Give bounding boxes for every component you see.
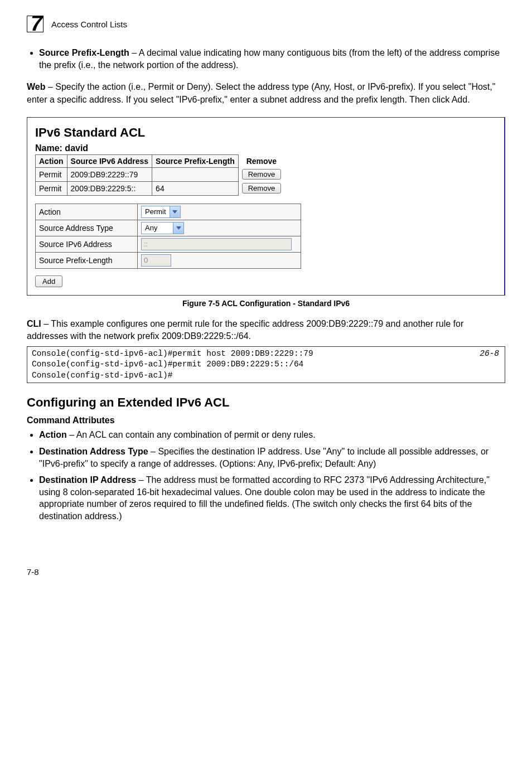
attributes-bullet-list: Action – An ACL can contain any combinat…	[27, 429, 505, 522]
page-number: 7-8	[27, 567, 505, 577]
bullet-destination-address-type: Destination Address Type – Specifies the…	[39, 446, 505, 470]
cell-prefix: 64	[152, 181, 239, 195]
col-source-address: Source IPv6 Address	[67, 154, 152, 167]
col-action: Action	[36, 154, 67, 167]
cell-action: Permit	[36, 181, 67, 195]
col-prefix-length: Source Prefix-Length	[152, 154, 239, 167]
form-cell-sip: ::	[138, 236, 301, 252]
remove-button[interactable]: Remove	[242, 169, 281, 180]
code-line: Console(config-std-ipv6-acl)#permit host…	[32, 349, 500, 360]
form-label-sat: Source Address Type	[36, 220, 138, 236]
form-row-sat: Source Address Type Any	[36, 220, 301, 236]
chapter-title: Access Control Lists	[51, 20, 127, 29]
form-cell-spl: 0	[138, 252, 301, 268]
code-line: Console(config-std-ipv6-acl)#permit 2009…	[32, 359, 500, 370]
source-ipv6-address-input[interactable]: ::	[141, 238, 292, 250]
form-row-spl: Source Prefix-Length 0	[36, 252, 301, 268]
cell-remove: Remove	[238, 167, 284, 181]
chapter-number-box: 7	[27, 16, 43, 32]
cli-description: CLI – This example configures one permit…	[27, 318, 505, 343]
command-attributes-label: Command Attributes	[27, 415, 505, 425]
bullet-text: – An ACL can contain any combination of …	[67, 430, 316, 439]
chapter-header: 7 Access Control Lists	[27, 16, 505, 32]
rules-table: Action Source IPv6 Address Source Prefix…	[35, 154, 285, 196]
screenshot-heading: IPv6 Standard ACL	[35, 125, 496, 140]
cell-action: Permit	[36, 167, 67, 181]
web-lead: Web	[27, 82, 45, 91]
source-address-type-select[interactable]: Any	[141, 222, 184, 234]
acl-screenshot: IPv6 Standard ACL Name: david Action Sou…	[27, 117, 505, 296]
cell-remove: Remove	[238, 181, 284, 195]
cell-addr: 2009:DB9:2229:5::	[67, 181, 152, 195]
bullet-label: Source Prefix-Length	[39, 48, 129, 57]
table-header-row: Action Source IPv6 Address Source Prefix…	[36, 154, 285, 167]
top-bullet-list: Source Prefix-Length – A decimal value i…	[27, 47, 505, 71]
action-select-value: Permit	[142, 207, 170, 216]
form-row-sip: Source IPv6 Address ::	[36, 236, 301, 252]
form-table: Action Permit Source Address Type Any	[35, 204, 301, 269]
section-heading: Configuring an Extended IPv6 ACL	[27, 395, 505, 410]
cell-addr: 2009:DB9:2229::79	[67, 167, 152, 181]
action-select[interactable]: Permit	[141, 206, 181, 218]
source-prefix-length-input[interactable]: 0	[141, 254, 171, 267]
svg-marker-0	[172, 210, 177, 214]
form-cell-action: Permit	[138, 204, 301, 220]
form-row-action: Action Permit	[36, 204, 301, 220]
add-button[interactable]: Add	[35, 275, 62, 287]
cli-lead: CLI	[27, 319, 41, 328]
figure-caption: Figure 7-5 ACL Configuration - Standard …	[27, 299, 505, 308]
web-instructions: Web – Specify the action (i.e., Permit o…	[27, 81, 505, 106]
chapter-number: 7	[31, 12, 42, 36]
remove-button[interactable]: Remove	[242, 183, 281, 194]
bullet-source-prefix-length: Source Prefix-Length – A decimal value i…	[39, 47, 505, 71]
table-row: Permit 2009:DB9:2229::79 Remove	[36, 167, 285, 181]
bullet-label: Destination IP Address	[39, 475, 136, 485]
acl-name-line: Name: david	[35, 143, 496, 153]
cli-code-block: 26-8 Console(config-std-ipv6-acl)#permit…	[27, 346, 505, 384]
chevron-down-icon	[170, 206, 180, 217]
web-text: – Specify the action (i.e., Permit or De…	[27, 82, 495, 104]
form-label-spl: Source Prefix-Length	[36, 252, 138, 268]
cell-prefix	[152, 167, 239, 181]
form-cell-sat: Any	[138, 220, 301, 236]
col-remove: Remove	[238, 154, 284, 167]
svg-marker-1	[176, 226, 181, 230]
chevron-down-icon	[173, 222, 183, 234]
bullet-action: Action – An ACL can contain any combinat…	[39, 429, 505, 441]
bullet-destination-ip-address: Destination IP Address – The address mus…	[39, 474, 505, 522]
sat-select-value: Any	[142, 224, 173, 232]
cli-text: – This example configures one permit rul…	[27, 319, 463, 341]
bullet-label: Action	[39, 430, 67, 439]
form-label-action: Action	[36, 204, 138, 220]
table-row: Permit 2009:DB9:2229:5:: 64 Remove	[36, 181, 285, 195]
bullet-label: Destination Address Type	[39, 447, 148, 456]
code-line: Console(config-std-ipv6-acl)#	[32, 370, 500, 381]
form-label-sip: Source IPv6 Address	[36, 236, 138, 252]
code-reference: 26-8	[480, 349, 499, 360]
